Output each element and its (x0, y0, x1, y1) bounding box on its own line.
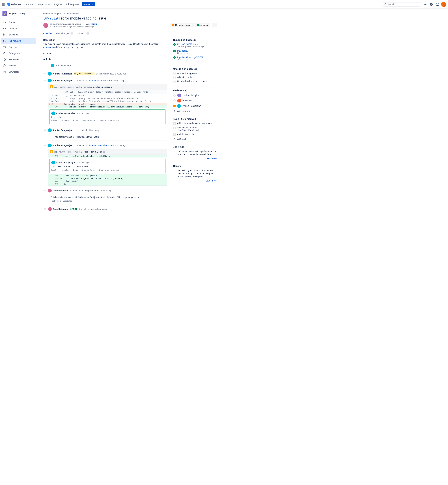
examples-link[interactable]: examples (43, 46, 53, 49)
settings-gear-icon[interactable] (435, 2, 440, 7)
comment-author[interactable]: Annika Rangarajan (56, 112, 75, 115)
user-avatar[interactable] (48, 207, 52, 211)
app-switcher-icon[interactable] (2, 2, 6, 6)
pr-key[interactable]: SK-7319 (43, 16, 58, 20)
activity-time: 3 hours ago (89, 129, 100, 132)
task-row[interactable]: add tests to address the edge cases (173, 122, 216, 125)
profile-avatar[interactable] (441, 2, 446, 7)
help-icon[interactable]: ? (429, 2, 434, 7)
reviewer-row[interactable]: Alexander (173, 99, 216, 103)
tab-commits[interactable]: Commits3 (77, 31, 89, 36)
reports-learn-more-link[interactable]: Learn more (205, 180, 216, 182)
dest-branch[interactable]: MAIN (86, 23, 90, 25)
sidebar-item-source[interactable]: Source (0, 19, 37, 25)
user-avatar[interactable] (48, 79, 52, 82)
task-checkbox[interactable] (51, 136, 53, 139)
tab-overview[interactable]: Overview (43, 31, 52, 36)
svg-text:?: ? (431, 3, 432, 5)
project-avatar-icon: 🚀 (2, 11, 8, 16)
svg-rect-8 (5, 5, 5, 6)
project-name: Beyond Gravity (9, 12, 25, 15)
jira-section: Jira issues Link some issues to this pul… (173, 146, 216, 162)
request-changes-button[interactable]: −Request changes (170, 23, 194, 27)
build-row[interactable]: ✓Pipeline #2 for bug/SK-731...20 hours a… (173, 56, 216, 61)
svg-point-18 (3, 35, 4, 36)
search-input[interactable] (388, 3, 420, 6)
svg-point-21 (3, 41, 4, 42)
comment-actions[interactable]: Reply · Resolve · Like · Create task · C… (51, 169, 164, 171)
sidebar-item-downloads[interactable]: Downloads (0, 69, 37, 75)
build-row[interactable]: ✓Dev deploy20 hours ago (173, 49, 216, 54)
task-checkbox[interactable] (173, 122, 176, 125)
file-name[interactable]: use-touch-sensor.js (93, 86, 112, 88)
requested-changes-lozenge: REQUESTED CHANGES (74, 73, 95, 75)
task-checkbox[interactable] (173, 133, 176, 136)
comment-avatar[interactable] (51, 112, 55, 115)
comment-author[interactable]: Annika Rangarajan (56, 162, 75, 164)
svg-point-14 (4, 28, 5, 29)
top-navigation: Bitbucket Your work Repositories Project… (0, 0, 448, 9)
add-comment-box[interactable]: Add a comment (48, 62, 167, 69)
sidebar-item-pull-requests[interactable]: Pull requests (1, 38, 36, 44)
breadcrumb-repo[interactable]: commerce-engine (43, 12, 61, 15)
sidebar-item-security[interactable]: Security (0, 63, 37, 69)
activity-author[interactable]: Jane Rotanson (53, 189, 68, 192)
builds-section: Builds (3 of 3 passed) ✓Run WDIO E2E tes… (173, 39, 216, 65)
jira-learn-more-link[interactable]: Learn more (205, 157, 216, 160)
activity-author[interactable]: Annika Rangarajan (53, 79, 72, 82)
nav-repositories[interactable]: Repositories (37, 2, 52, 7)
task-row[interactable]: update screenshots (173, 133, 216, 136)
comment-actions[interactable]: Reply · Resolve · Like · Create task · C… (51, 120, 164, 122)
sidebar-item-jira-issues[interactable]: Jira issues (0, 56, 37, 63)
search-box[interactable] (383, 2, 421, 7)
task-checkbox[interactable] (173, 127, 176, 129)
task-row[interactable]: add test coverage for `findClosestDragHa… (173, 126, 216, 131)
sidebar-item-commits[interactable]: Commits (0, 25, 37, 32)
bitbucket-logo[interactable]: Bitbucket (7, 2, 21, 6)
sidebar-item-label: Deployments (9, 52, 21, 55)
more-actions-button[interactable] (212, 23, 216, 27)
add-reviewer-button[interactable]: +Add reviewer (173, 109, 216, 113)
user-avatar[interactable] (48, 128, 52, 132)
author-avatar[interactable] (43, 23, 48, 28)
nav-pull-requests[interactable]: Pull Requests (64, 2, 80, 7)
reviewer-row[interactable]: Zlatica Chalupka (173, 94, 216, 97)
comment-body: This behaviour works on 12.0.0-beta.10. … (51, 196, 164, 198)
notifications-icon[interactable] (423, 2, 428, 7)
user-avatar[interactable] (48, 72, 52, 75)
file-name[interactable]: use-touch-marshal.js (84, 151, 105, 153)
sidebar-item-deployments[interactable]: Deployments (0, 50, 37, 56)
user-avatar[interactable] (48, 144, 52, 147)
activity-author[interactable]: Jane Rotanson (53, 208, 68, 210)
svg-point-22 (5, 41, 5, 42)
activity-tail: on the pull request (96, 73, 113, 75)
add-task-button[interactable]: +Add task (173, 137, 216, 140)
activity-author[interactable]: Annika Rangarajan (53, 129, 72, 132)
reviewer-row[interactable]: −Annika Rangarajan (173, 104, 216, 108)
add-comment-placeholder: Add a comment (56, 64, 71, 67)
plus-icon: + (173, 137, 176, 140)
file-link[interactable]: use-touch-marshal.js:443 (89, 144, 113, 147)
activity-time: 3 hours ago (113, 79, 125, 82)
breadcrumb-package[interactable]: commerce core (64, 12, 79, 15)
expand-hunk-icon[interactable]: ••• (48, 90, 59, 94)
comment-avatar[interactable] (51, 161, 55, 164)
create-button[interactable]: Create (82, 2, 95, 6)
tab-files-changed[interactable]: Files changed3 (56, 31, 73, 36)
reviewer-avatar (177, 94, 181, 97)
activity-author[interactable]: Annika Rangarajan (53, 73, 72, 75)
nav-your-work[interactable]: Your work (24, 2, 36, 7)
nav-projects[interactable]: Projects (52, 2, 64, 7)
comment-actions[interactable]: Reply · Like · Create task (51, 200, 164, 202)
sidebar-item-branches[interactable]: Branches (0, 32, 37, 38)
commits-count-badge: 3 (87, 32, 89, 34)
user-avatar[interactable] (48, 189, 52, 192)
approve-button[interactable]: ✓Approve (195, 23, 210, 27)
source-branch[interactable]: BUG/SK-7319-FIX-MOBILE-DRAGGING (50, 23, 81, 25)
sidebar-item-pipelines[interactable]: Pipelines (0, 44, 37, 50)
file-link[interactable]: use-touch-sensor.js:369 (89, 79, 112, 82)
svg-rect-5 (5, 4, 5, 5)
build-row[interactable]: ✓Run WDIO E2E tests140 tests passed · 16… (173, 43, 216, 48)
activity-author[interactable]: Annika Rangarajan (53, 144, 72, 147)
check-status-icon (173, 76, 176, 79)
